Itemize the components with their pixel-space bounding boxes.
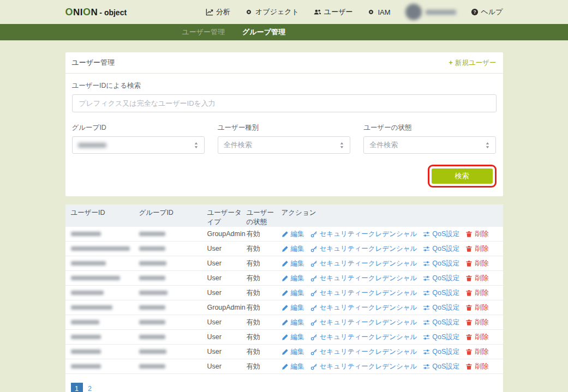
user-id-redacted [71,305,112,310]
user-id-search-input[interactable] [72,94,497,112]
security-credentials-link[interactable]: セキュリティークレデンシャル [310,274,417,283]
nav-label: IAM [378,8,390,16]
sliders-icon [423,275,430,282]
sliders-icon [423,245,430,252]
nav-item-user[interactable]: ユーザー [314,7,353,17]
user-status-cell: 有効 [247,303,282,312]
edit-link[interactable]: 編集 [282,303,304,312]
pencil-icon [282,260,289,267]
user-status-select[interactable]: 全件検索 [363,136,496,154]
brand-suffix: - object [99,8,127,17]
updown-arrows-icon [485,142,490,149]
page-button-2[interactable]: 2 [84,383,96,392]
key-icon [310,363,318,370]
delete-link[interactable]: 削除 [465,288,488,298]
group-id-redacted [139,276,165,280]
edit-link[interactable]: 編集 [282,230,304,239]
security-credentials-link[interactable]: セキュリティークレデンシャル [310,333,417,342]
user-status-cell: 有効 [247,318,282,327]
delete-link[interactable]: 削除 [465,244,488,254]
search-button[interactable]: 検索 [432,168,493,184]
qos-settings-link[interactable]: QoS設定 [423,244,459,254]
edit-link[interactable]: 編集 [282,259,304,268]
table-body: GroupAdmin 有効 編集 セキュリティークレデンシャル QoS設定 [65,227,503,374]
page-button-1[interactable]: 1 [71,383,83,392]
security-credentials-link[interactable]: セキュリティークレデンシャル [310,318,417,327]
sliders-icon [423,319,430,326]
user-type-cell: GroupAdmin [207,304,247,311]
delete-link[interactable]: 削除 [465,362,488,371]
brand-letter: N [91,7,98,18]
key-icon [310,231,318,238]
user-status-cell: 有効 [247,259,282,268]
group-id-redacted [139,335,165,339]
trash-icon [465,260,473,267]
sliders-icon [423,231,430,238]
tab-user-management[interactable]: ユーザー管理 [174,27,234,37]
qos-settings-link[interactable]: QoS設定 [423,303,459,312]
security-credentials-link[interactable]: セキュリティークレデンシャル [310,303,417,312]
user-type-cell: User [207,260,247,267]
security-credentials-link[interactable]: セキュリティークレデンシャル [310,259,417,268]
edit-link[interactable]: 編集 [282,274,304,283]
group-id-label: グループID [72,123,205,132]
security-credentials-link[interactable]: セキュリティークレデンシャル [310,362,417,371]
table-row: User 有効 編集 セキュリティークレデンシャル QoS設定 [65,271,503,286]
security-credentials-link[interactable]: セキュリティークレデンシャル [310,244,417,254]
edit-link[interactable]: 編集 [282,333,304,342]
user-type-select[interactable]: 全件検索 [218,136,350,154]
qos-settings-link[interactable]: QoS設定 [423,274,459,283]
edit-link[interactable]: 編集 [282,318,304,327]
delete-link[interactable]: 削除 [465,333,488,342]
qos-settings-link[interactable]: QoS設定 [423,347,459,357]
security-credentials-link[interactable]: セキュリティークレデンシャル [310,230,417,239]
delete-link[interactable]: 削除 [465,318,488,327]
group-id-redacted [139,246,165,251]
group-id-select[interactable] [72,136,205,154]
security-credentials-link[interactable]: セキュリティークレデンシャル [310,347,417,357]
trash-icon [465,319,473,326]
delete-link[interactable]: 削除 [465,347,488,357]
qos-settings-link[interactable]: QoS設定 [423,318,459,327]
security-credentials-link[interactable]: セキュリティークレデンシャル [310,288,417,298]
user-type-cell: User [207,348,247,355]
edit-link[interactable]: 編集 [282,362,304,371]
account-menu[interactable] [405,4,456,20]
qos-settings-link[interactable]: QoS設定 [423,288,459,298]
trash-icon [465,363,473,370]
edit-link[interactable]: 編集 [282,288,304,298]
nav-item-object[interactable]: オブジェクト [245,7,299,17]
table-row: User 有効 編集 セキュリティークレデンシャル QoS設定 [65,345,503,359]
nav-item-analysis[interactable]: 分析 [206,7,230,17]
tab-group-management[interactable]: グループ管理 [234,27,294,37]
qos-settings-link[interactable]: QoS設定 [423,362,459,371]
trash-icon [465,304,473,311]
qos-settings-link[interactable]: QoS設定 [423,333,459,342]
delete-link[interactable]: 削除 [465,230,488,239]
user-status-cell: 有効 [247,230,282,239]
user-status-cell: 有効 [247,347,282,357]
nav-item-iam[interactable]: IAM [367,8,390,16]
nav-item-help[interactable]: ヘルプ [471,7,503,17]
brand-logo[interactable]: ONION - object [65,7,127,18]
delete-link[interactable]: 削除 [465,259,488,268]
trash-icon [465,334,473,341]
new-user-button[interactable]: + 新規ユーザー [449,58,497,68]
key-icon [310,348,318,355]
user-id-redacted [71,246,130,251]
user-type-label: ユーザー種別 [218,123,350,132]
qos-settings-link[interactable]: QoS設定 [423,230,459,239]
chart-line-icon [206,8,213,16]
user-status-value: 全件検索 [369,140,398,150]
key-icon [310,245,318,252]
sliders-icon [423,290,430,297]
edit-link[interactable]: 編集 [282,244,304,254]
delete-link[interactable]: 削除 [465,303,488,312]
pencil-icon [282,363,289,370]
delete-link[interactable]: 削除 [465,274,488,283]
user-type-cell: User [207,363,247,370]
help-icon [471,8,479,16]
users-icon [314,8,321,16]
edit-link[interactable]: 編集 [282,347,304,357]
qos-settings-link[interactable]: QoS設定 [423,259,459,268]
